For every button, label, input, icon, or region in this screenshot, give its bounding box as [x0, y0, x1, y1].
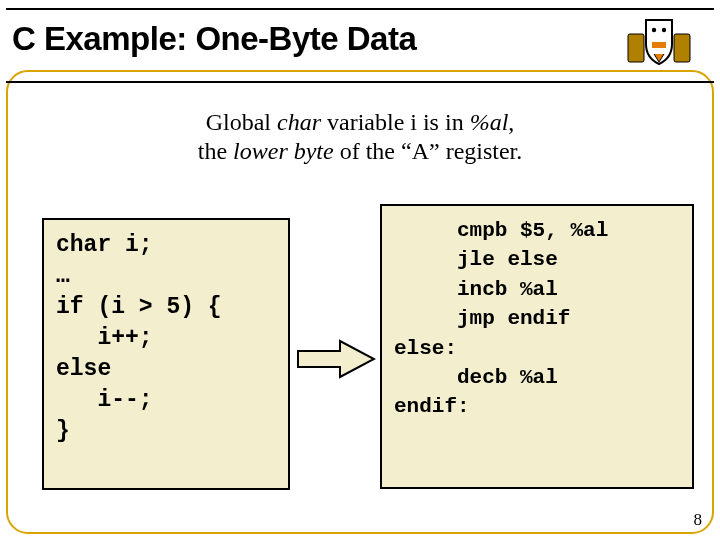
subtitle-ital-char: char [277, 109, 321, 135]
c-code-box: char i; … if (i > 5) { i++; else i--; } [42, 218, 290, 490]
svg-rect-2 [652, 42, 666, 48]
page-title: C Example: One-Byte Data [12, 20, 416, 58]
svg-rect-1 [674, 34, 690, 62]
subtitle-ital-lowerbyte: lower byte [233, 138, 334, 164]
title-rule-bottom [6, 81, 714, 83]
subtitle-ital-al: %al [470, 109, 509, 135]
subtitle-l2b: of the “A” register. [334, 138, 523, 164]
svg-rect-0 [628, 34, 644, 62]
subtitle-l2a: the [198, 138, 233, 164]
arrow-right-icon [296, 338, 376, 380]
title-bar: C Example: One-Byte Data [6, 8, 714, 83]
subtitle-l1a: Global [206, 109, 277, 135]
svg-point-3 [652, 28, 656, 32]
svg-point-4 [662, 28, 666, 32]
svg-marker-5 [298, 341, 374, 377]
subtitle: Global char variable i is in %al, the lo… [0, 108, 720, 166]
asm-code-box: cmpb $5, %al jle else incb %al jmp endif… [380, 204, 694, 489]
page-number: 8 [694, 510, 703, 530]
subtitle-l1c: , [508, 109, 514, 135]
shield-logo-icon [624, 12, 694, 74]
subtitle-l1b: variable i is in [321, 109, 470, 135]
title-rule-top [6, 8, 714, 10]
slide: C Example: One-Byte Data Global char var… [0, 0, 720, 540]
